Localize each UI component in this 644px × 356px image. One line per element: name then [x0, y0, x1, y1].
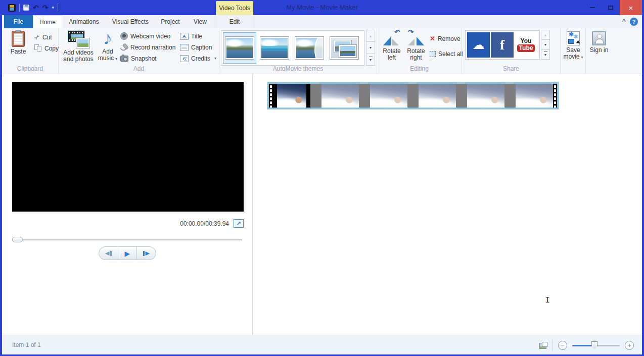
maximize-icon	[608, 6, 613, 10]
gallery-scroll-up-button[interactable]: ▴	[541, 30, 550, 40]
redo-icon[interactable]: ↷	[42, 4, 49, 11]
close-button[interactable]: ×	[620, 0, 642, 15]
add-music-button[interactable]: ♪ Add music▾	[96, 30, 119, 62]
snapshot-button[interactable]: Snapshot	[120, 54, 157, 63]
rotate-left-button[interactable]: ↶ Rotate left	[380, 31, 403, 61]
theme-contemporary[interactable]	[258, 32, 291, 64]
tab-file[interactable]: File	[4, 15, 33, 28]
youtube-logo-icon: You	[521, 38, 532, 44]
clip-frame[interactable]	[419, 84, 456, 108]
seek-track[interactable]	[12, 239, 242, 240]
theme-thumbnail	[260, 37, 289, 59]
fullscreen-button[interactable]: ↗	[234, 219, 244, 228]
seek-thumb[interactable]	[12, 237, 23, 242]
rotate-right-button[interactable]: ↷ Rotate right	[404, 31, 428, 61]
sign-in-button[interactable]: Sign in	[589, 31, 609, 54]
clip-frame[interactable]	[516, 84, 553, 108]
tab-animations[interactable]: Animations	[64, 15, 104, 28]
theme-default[interactable]	[223, 32, 256, 64]
group-editing: ↶ Rotate left ↷ Rotate right ✕ Remove Se…	[377, 28, 462, 74]
zoom-in-button[interactable]: +	[625, 341, 634, 350]
copy-button[interactable]: Copy	[34, 43, 59, 53]
automovie-themes-gallery	[221, 30, 364, 66]
group-label-automovie: AutoMovie themes	[219, 65, 377, 72]
thumbnail-size-icon[interactable]	[539, 342, 547, 349]
clip-frame[interactable]	[273, 84, 310, 108]
zoom-slider-thumb[interactable]	[591, 341, 597, 349]
gallery-scroll-up-button[interactable]: ▴	[366, 30, 375, 42]
add-videos-icon	[67, 31, 89, 48]
caption-button[interactable]: Caption	[180, 42, 212, 52]
caption-icon	[180, 44, 189, 51]
tab-edit[interactable]: Edit	[216, 15, 253, 28]
gallery-scroll-down-button[interactable]: ▾	[366, 41, 375, 54]
play-button[interactable]: ▶	[118, 247, 137, 260]
microphone-icon	[120, 43, 128, 51]
dropdown-arrow-icon: ▾	[115, 57, 117, 61]
group-label-clipboard: Clipboard	[2, 65, 58, 72]
tab-view[interactable]: View	[188, 15, 213, 28]
rotate-right-icon: ↷	[407, 31, 425, 46]
title-button[interactable]: A Title	[180, 31, 202, 41]
save-movie-button[interactable]: ✱✱ Save movie▾	[562, 31, 585, 61]
seek-slider[interactable]	[12, 237, 242, 243]
maximize-button[interactable]	[602, 0, 620, 15]
group-add: Add videos and photos ♪ Add music▾ Webca…	[59, 28, 219, 74]
item-count-label: Item 1 of 1	[12, 335, 41, 355]
qat-dropdown-icon[interactable]: ▾	[52, 6, 54, 10]
share-facebook-button[interactable]: f	[491, 32, 514, 58]
gallery-expand-button[interactable]: ▾	[366, 54, 375, 66]
credits-button[interactable]: A Credits ▾	[180, 54, 216, 63]
expand-bar-icon	[369, 57, 373, 57]
window-controls: ×	[583, 0, 644, 15]
webcam-video-button[interactable]: Webcam video	[120, 31, 170, 41]
minimize-button[interactable]	[583, 0, 602, 15]
collapse-ribbon-icon[interactable]: ^	[622, 17, 626, 25]
group-clipboard: Paste ✂ Cut Copy Clipboard	[2, 28, 59, 74]
cut-button[interactable]: ✂ Cut	[34, 32, 52, 42]
minimize-icon	[590, 7, 595, 8]
record-narration-button[interactable]: Record narration ▾	[120, 42, 181, 52]
playback-timestamp: 00:00.00/00:39.94	[180, 220, 229, 227]
share-youtube-button[interactable]: You Tube	[515, 32, 537, 58]
help-icon[interactable]: ?	[630, 18, 638, 26]
play-icon: ▶	[125, 249, 130, 258]
qat-separator	[19, 4, 20, 12]
share-gallery-scrollbar: ▴ ▾ ▾	[541, 30, 550, 60]
group-sign-in: Sign in	[586, 28, 612, 74]
tab-home[interactable]: Home	[33, 15, 62, 28]
save-movie-icon: ✱✱	[567, 31, 580, 45]
remove-button[interactable]: ✕ Remove	[430, 34, 461, 43]
storyboard-pane[interactable]	[253, 74, 642, 335]
video-preview[interactable]	[12, 82, 244, 212]
chevron-down-icon: ▾	[370, 45, 372, 50]
clip-frame[interactable]	[321, 84, 359, 108]
add-videos-button[interactable]: Add videos and photos	[63, 31, 94, 63]
titlebar: ↶ ↷ ▾ My Movie - Movie Maker ×	[0, 0, 644, 15]
tab-project[interactable]: Project	[157, 15, 183, 28]
video-clip-filmstrip[interactable]	[267, 82, 559, 109]
paste-button[interactable]: Paste	[6, 31, 30, 55]
clip-frame[interactable]	[370, 84, 407, 108]
share-onedrive-button[interactable]: ☁	[467, 32, 490, 58]
select-all-button[interactable]: Select all	[430, 49, 463, 59]
zoom-out-button[interactable]: −	[558, 341, 567, 350]
remove-x-icon: ✕	[430, 35, 435, 42]
previous-frame-button[interactable]: ◀	[99, 247, 118, 260]
cloud-icon: ☁	[473, 39, 485, 51]
next-frame-button[interactable]: ▶	[136, 247, 156, 260]
video-tools-contextual-tab[interactable]: Video Tools	[216, 1, 253, 15]
gallery-expand-button[interactable]: ▾	[541, 49, 550, 60]
chevron-down-icon: ▾	[544, 53, 546, 57]
clip-frame[interactable]	[467, 84, 504, 108]
save-icon[interactable]	[23, 5, 29, 11]
tab-visual-effects[interactable]: Visual Effects	[109, 15, 152, 28]
app-icon[interactable]	[8, 4, 16, 12]
zoom-slider[interactable]	[572, 341, 620, 349]
theme-cinematic[interactable]	[293, 32, 326, 64]
undo-icon[interactable]: ↶	[33, 4, 39, 11]
theme-fade[interactable]	[328, 32, 361, 64]
gallery-scroll-down-button[interactable]: ▾	[541, 39, 550, 49]
fullscreen-arrow-icon: ↗	[236, 221, 241, 226]
preview-pane: 00:00.00/00:39.94 ↗ ◀ ▶ ▶	[2, 74, 253, 335]
